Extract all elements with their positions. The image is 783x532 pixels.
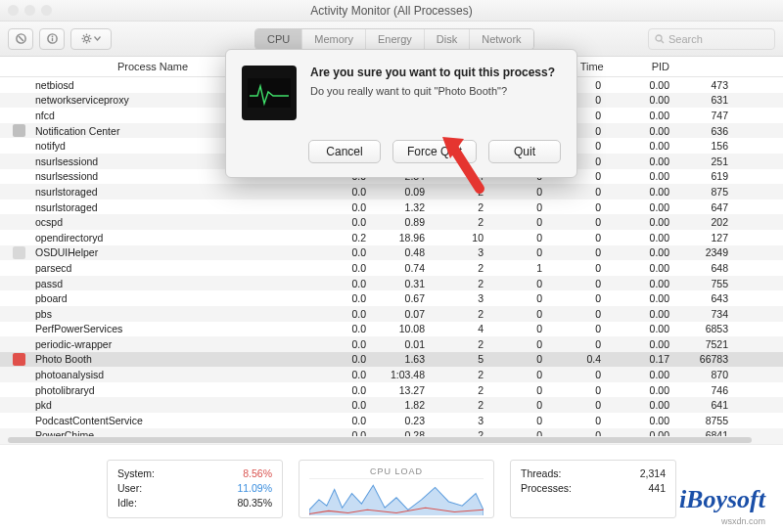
- cell: 0: [489, 415, 548, 426]
- col-pid[interactable]: PID: [607, 57, 675, 76]
- threads-label: Threads:: [521, 466, 561, 481]
- tab-network[interactable]: Network: [470, 29, 532, 49]
- table-row[interactable]: passd0.00.312000.00755: [0, 276, 783, 291]
- cell: 2: [431, 399, 489, 411]
- cell: 3: [431, 246, 489, 258]
- scrollbar-thumb[interactable]: [8, 437, 752, 443]
- table-row[interactable]: periodic-wrapper0.00.012000.007521: [0, 336, 783, 352]
- cell: 0.00: [607, 110, 675, 121]
- table-row[interactable]: pbs0.00.072000.00734: [0, 306, 783, 322]
- cell: 0: [548, 308, 607, 320]
- table-row[interactable]: pkd0.01.822000.00641: [0, 397, 783, 413]
- threads-value: 2,314: [640, 466, 666, 481]
- table-row[interactable]: nsurlstoraged0.00.092000.00875: [0, 184, 783, 200]
- cell: 755: [675, 278, 734, 289]
- table-row[interactable]: photolibraryd0.013.272000.00746: [0, 382, 783, 398]
- svg-line-10: [83, 35, 84, 36]
- table-row[interactable]: PowerChime0.00.282000.006841: [0, 428, 783, 436]
- cell: 0.00: [607, 201, 675, 213]
- tab-memory[interactable]: Memory: [302, 29, 366, 49]
- cell: 0: [548, 415, 607, 426]
- cell: 0.00: [607, 415, 675, 426]
- svg-line-1: [19, 36, 23, 41]
- cell: 0.00: [607, 399, 675, 411]
- table-row[interactable]: photoanalysisd0.01:03.482000.00870: [0, 367, 783, 382]
- cell: 0.00: [607, 216, 675, 228]
- cell: 0.01: [372, 338, 431, 350]
- window-title: Activity Monitor (All Processes): [310, 4, 472, 18]
- traffic-lights: [8, 5, 52, 16]
- tab-cpu[interactable]: CPU: [255, 29, 302, 49]
- cell: 0: [548, 338, 607, 350]
- search-field[interactable]: Search: [648, 28, 775, 50]
- cell: 2: [431, 262, 489, 274]
- cell: 4: [431, 323, 489, 334]
- cell: 648: [675, 262, 734, 274]
- cell: 3: [431, 292, 489, 304]
- cell: 5: [431, 353, 489, 365]
- stop-process-button[interactable]: [8, 28, 33, 50]
- table-row[interactable]: Photo Booth0.01.63500.40.1766783: [0, 352, 783, 368]
- table-row[interactable]: PodcastContentService0.00.233000.008755: [0, 413, 783, 428]
- cell: 631: [675, 94, 734, 106]
- cell: 0.00: [607, 94, 675, 106]
- cell: nsurlstoraged: [29, 186, 274, 198]
- dialog-title: Are you sure you want to quit this proce…: [310, 66, 555, 79]
- svg-line-15: [661, 40, 664, 43]
- activity-monitor-icon: [242, 66, 297, 120]
- cell: 2: [431, 278, 489, 289]
- minimize-window-icon[interactable]: [24, 5, 35, 16]
- cell: 0: [489, 323, 548, 334]
- table-row[interactable]: pboard0.00.673000.00643: [0, 290, 783, 306]
- gear-icon: [81, 33, 92, 44]
- cell: periodic-wrapper: [29, 338, 274, 350]
- cell: 10: [431, 232, 489, 244]
- cell: 0: [548, 262, 607, 274]
- cell: 641: [675, 399, 734, 411]
- table-row[interactable]: PerfPowerServices0.010.084000.006853: [0, 322, 783, 337]
- cancel-button[interactable]: Cancel: [308, 140, 381, 163]
- cell: 0.23: [372, 415, 431, 426]
- cell: 0.0: [274, 186, 372, 198]
- table-row[interactable]: OSDUIHelper0.00.483000.002349: [0, 245, 783, 261]
- cell: passd: [29, 278, 274, 289]
- cell: 1.63: [372, 353, 431, 365]
- watermark-url: wsxdn.com: [721, 516, 765, 526]
- quit-button[interactable]: Quit: [488, 140, 561, 163]
- horizontal-scrollbar[interactable]: [0, 436, 783, 444]
- tab-disk[interactable]: Disk: [425, 29, 470, 49]
- cell: 0: [548, 399, 607, 411]
- cell: 2349: [675, 246, 734, 258]
- cell: 0.00: [607, 278, 675, 289]
- cell: 0.09: [372, 186, 431, 198]
- tab-energy[interactable]: Energy: [366, 29, 425, 49]
- force-quit-button[interactable]: Force Quit: [392, 140, 477, 163]
- cell: photolibraryd: [29, 384, 274, 396]
- cell: 0: [548, 232, 607, 244]
- cell: 0.67: [372, 292, 431, 304]
- inspect-process-button[interactable]: [39, 28, 65, 50]
- cell: 0.07: [372, 308, 431, 320]
- svg-point-3: [51, 35, 53, 37]
- table-row[interactable]: ocspd0.00.892000.00202: [0, 214, 783, 230]
- cell: 0: [548, 323, 607, 334]
- app-icon: [13, 124, 25, 137]
- cell: 0.0: [274, 278, 372, 289]
- info-icon: [47, 33, 58, 44]
- table-row[interactable]: opendirectoryd0.218.9610000.00127: [0, 230, 783, 245]
- cell: 202: [675, 216, 734, 228]
- cell: 0.00: [607, 186, 675, 198]
- app-icon: [13, 353, 25, 366]
- view-options-button[interactable]: [70, 28, 112, 50]
- cell: 251: [675, 155, 734, 167]
- cell: 0.0: [274, 384, 372, 396]
- close-window-icon[interactable]: [8, 5, 19, 16]
- cell: pbs: [29, 308, 274, 320]
- cell: 1.32: [372, 201, 431, 213]
- zoom-window-icon[interactable]: [41, 5, 52, 16]
- app-icon: [13, 246, 25, 259]
- table-row[interactable]: parsecd0.00.742100.00648: [0, 260, 783, 276]
- table-row[interactable]: nsurlstoraged0.01.322000.00647: [0, 200, 783, 215]
- idle-label: Idle:: [117, 496, 137, 510]
- cell: 127: [675, 232, 734, 244]
